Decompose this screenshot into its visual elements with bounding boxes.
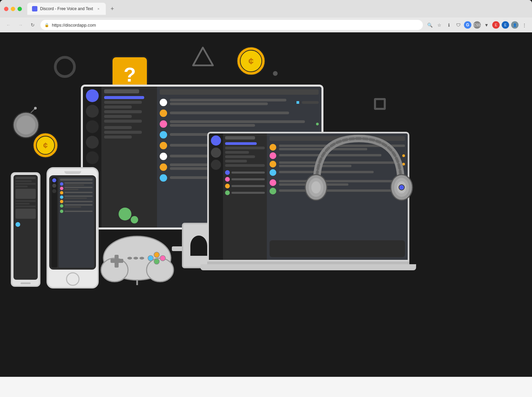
avatar — [160, 99, 167, 106]
phone-notch — [64, 171, 81, 174]
message-row — [160, 110, 319, 117]
avatar — [160, 163, 167, 171]
traffic-lights — [4, 7, 22, 11]
active-tab[interactable]: Discord - Free Voice and Text × — [27, 3, 106, 15]
avatar — [160, 110, 167, 117]
svg-point-13 — [147, 258, 174, 282]
server-icon-3 — [86, 120, 99, 133]
zoom-icon[interactable]: 🔍 — [426, 21, 434, 29]
title-bar: Discord - Free Voice and Text × + — [0, 0, 532, 18]
message-content — [170, 120, 312, 128]
circle-outline-decoration — [54, 56, 76, 78]
green-dot-decoration-2 — [131, 216, 138, 223]
avatar — [160, 131, 167, 139]
address-bar[interactable]: 🔒 https://discordapp.com — [40, 20, 423, 30]
ext3-icon[interactable]: 👤 — [511, 21, 519, 29]
discord-scene: ? ¢ — [0, 32, 532, 377]
coin-left-decoration: ¢ — [32, 132, 59, 160]
filter-icon[interactable]: ▼ — [483, 21, 490, 29]
svg-rect-15 — [111, 259, 123, 263]
phone-small-body — [11, 172, 40, 287]
phone-server-col — [51, 177, 57, 268]
svg-point-5 — [34, 107, 37, 110]
refresh-button[interactable]: ↻ — [28, 21, 37, 29]
back-button[interactable]: ← — [4, 21, 13, 29]
game-controller — [99, 226, 175, 285]
headphones-decoration — [303, 128, 414, 233]
channel-item — [104, 101, 142, 104]
avatar — [160, 174, 167, 182]
more-options-icon[interactable]: ⋮ — [521, 21, 528, 29]
channel-item — [104, 105, 132, 109]
ext2-icon[interactable]: E — [502, 21, 509, 29]
phone-large-screen — [49, 175, 96, 270]
channel-list — [101, 87, 157, 227]
page-content: ? ¢ — [0, 32, 532, 377]
server-name — [104, 89, 139, 93]
avatar — [160, 142, 167, 149]
phone-large-body — [46, 167, 99, 288]
info-icon[interactable]: ℹ — [445, 21, 452, 29]
svg-point-19 — [154, 252, 159, 257]
message-row — [160, 120, 319, 128]
phone-large-device — [46, 167, 99, 288]
google-ext-icon[interactable]: G — [464, 21, 471, 29]
svg-text:¢: ¢ — [248, 56, 254, 66]
lock-icon: 🔒 — [44, 23, 49, 27]
avatar — [160, 153, 167, 160]
svg-point-30 — [400, 186, 403, 189]
laptop-hinge — [207, 262, 409, 264]
laptop-channel-col — [223, 133, 267, 260]
online-indicator — [316, 123, 319, 125]
server-icon-2 — [86, 105, 99, 118]
svg-point-25 — [311, 181, 321, 193]
online-indicator — [296, 101, 299, 104]
phone-chat-area — [59, 177, 94, 268]
server-icon-5 — [86, 151, 99, 164]
svg-point-16 — [127, 257, 132, 259]
svg-text:¢: ¢ — [43, 141, 48, 150]
maximize-window-button[interactable] — [18, 7, 22, 11]
tab-bar: Discord - Free Voice and Text × + — [27, 3, 528, 15]
close-window-button[interactable] — [4, 7, 8, 11]
ext1-icon[interactable]: E — [492, 21, 500, 29]
svg-point-17 — [133, 257, 138, 259]
svg-point-20 — [160, 255, 165, 261]
tab-favicon — [32, 6, 37, 11]
coin-top-decoration: ¢ — [236, 46, 266, 78]
channel-item — [104, 135, 132, 139]
page-footer — [0, 377, 532, 397]
square-outline-decoration — [374, 98, 386, 110]
minimize-window-button[interactable] — [11, 7, 15, 11]
bookmark-icon[interactable]: ☆ — [436, 21, 443, 29]
message-content — [170, 112, 319, 115]
toolbar-icons: 🔍 ☆ ℹ 🛡 G CSS ▼ E E 👤 ⋮ — [426, 21, 528, 29]
text-input-area — [270, 240, 405, 257]
phone-small-screen — [13, 175, 38, 280]
css-ext-icon[interactable]: CSS — [473, 21, 481, 29]
message-content — [170, 99, 292, 106]
phone-large-home-button — [66, 272, 80, 286]
laptop-base — [200, 264, 416, 270]
forward-button[interactable]: → — [16, 21, 25, 29]
avatar — [160, 120, 167, 128]
address-bar-row: ← → ↻ 🔒 https://discordapp.com 🔍 ☆ ℹ 🛡 G… — [0, 18, 532, 32]
tab-close-button[interactable]: × — [96, 6, 101, 11]
shield-icon[interactable]: 🛡 — [455, 21, 462, 29]
server-icon-4 — [86, 136, 99, 149]
url-text: https://discordapp.com — [52, 23, 96, 28]
green-dot-decoration-1 — [119, 208, 131, 220]
device-hole — [190, 236, 207, 256]
channel-item — [104, 131, 142, 134]
message-row — [160, 99, 319, 106]
new-tab-button[interactable]: + — [107, 4, 117, 14]
channel-item — [104, 110, 142, 113]
phone-small-device — [11, 172, 40, 294]
browser-window: Discord - Free Voice and Text × + ← → ↻ … — [0, 0, 532, 397]
svg-point-18 — [139, 257, 144, 259]
laptop-server-col — [209, 133, 223, 260]
small-dot-decoration — [273, 71, 278, 76]
server-icon-1 — [86, 89, 99, 102]
phone-home-button — [21, 282, 31, 284]
triangle-decoration — [192, 46, 214, 69]
